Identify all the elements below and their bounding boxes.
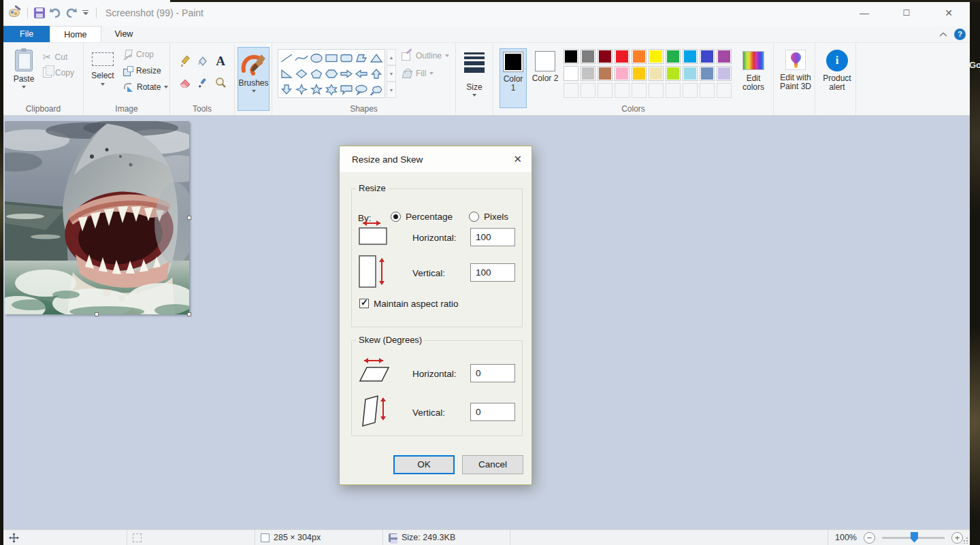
magnifier-tool[interactable]: [212, 73, 229, 93]
dialog-titlebar[interactable]: Resize and Skew ✕: [340, 146, 532, 172]
shape-four-point-star[interactable]: [294, 82, 309, 97]
shape-hexagon[interactable]: [324, 66, 339, 82]
palette-swatch[interactable]: [581, 49, 595, 64]
zoom-out-button[interactable]: −: [864, 532, 875, 544]
rotate-button[interactable]: Rotate: [123, 82, 168, 92]
palette-swatch[interactable]: [700, 49, 715, 64]
palette-empty-slot[interactable]: [632, 83, 647, 98]
palette-swatch[interactable]: [666, 49, 681, 64]
color1-button[interactable]: Color 1: [500, 48, 527, 108]
copy-button[interactable]: Copy: [43, 67, 74, 78]
palette-swatch[interactable]: [717, 66, 732, 81]
palette-empty-slot[interactable]: [666, 83, 681, 98]
palette-swatch[interactable]: [564, 66, 578, 81]
resize-vertical-input[interactable]: [470, 263, 515, 282]
shape-diamond[interactable]: [294, 66, 309, 82]
eraser-tool[interactable]: [177, 73, 193, 93]
palette-swatch[interactable]: [564, 49, 578, 64]
radio-percentage[interactable]: Percentage: [391, 212, 453, 222]
shapes-more[interactable]: ▼: [387, 82, 396, 98]
shape-right-triangle[interactable]: [279, 66, 294, 82]
skew-horizontal-input[interactable]: [470, 364, 515, 382]
palette-swatch[interactable]: [666, 66, 681, 81]
redo-icon[interactable]: [65, 7, 78, 18]
brushes-button[interactable]: Brushes: [238, 47, 270, 111]
shape-line[interactable]: [279, 50, 294, 66]
palette-swatch[interactable]: [649, 49, 664, 64]
maintain-aspect-checkbox[interactable]: [359, 299, 369, 308]
resize-handle-right[interactable]: [187, 216, 191, 220]
palette-swatch[interactable]: [632, 49, 647, 64]
palette-empty-slot[interactable]: [700, 83, 715, 98]
crop-button[interactable]: Crop: [123, 50, 154, 59]
undo-icon[interactable]: [49, 7, 61, 18]
help-icon[interactable]: ?: [954, 29, 966, 40]
cancel-button[interactable]: Cancel: [462, 455, 523, 474]
canvas-workarea[interactable]: Resize and Skew ✕ Resize By: Percentage …: [3, 116, 970, 529]
color2-button[interactable]: Color 2: [532, 48, 559, 108]
save-icon[interactable]: [34, 7, 45, 18]
qat-dropdown-icon[interactable]: [82, 9, 90, 17]
pencil-tool[interactable]: [177, 51, 193, 71]
shape-pentagon[interactable]: [309, 66, 324, 82]
collapse-ribbon-icon[interactable]: [939, 32, 947, 37]
minimize-button[interactable]: —: [855, 7, 873, 18]
shape-rectangular-callout[interactable]: [339, 82, 354, 97]
resize-horizontal-input[interactable]: [470, 228, 515, 246]
shape-polygon[interactable]: [354, 50, 369, 66]
resize-handle-corner[interactable]: [187, 312, 191, 316]
shapes-scroll-down[interactable]: ▼: [387, 65, 396, 82]
radio-pixels-circle[interactable]: [469, 212, 479, 222]
paint-logo-icon[interactable]: [9, 7, 21, 18]
text-tool[interactable]: A: [212, 51, 229, 71]
palette-swatch[interactable]: [581, 66, 595, 81]
tab-view[interactable]: View: [101, 26, 147, 42]
product-alert-button[interactable]: i Product alert: [820, 48, 854, 108]
palette-empty-slot[interactable]: [564, 83, 578, 98]
zoom-slider[interactable]: [882, 537, 945, 539]
shape-arrow-left[interactable]: [354, 66, 369, 82]
shape-rectangle[interactable]: [324, 50, 339, 66]
maximize-button[interactable]: ☐: [898, 8, 915, 18]
size-button[interactable]: Size: [460, 48, 489, 108]
palette-swatch[interactable]: [683, 66, 698, 81]
skew-vertical-input[interactable]: [470, 403, 515, 421]
palette-empty-slot[interactable]: [581, 83, 595, 98]
palette-empty-slot[interactable]: [649, 83, 664, 98]
palette-empty-slot[interactable]: [598, 83, 612, 98]
zoom-slider-thumb[interactable]: [911, 532, 918, 543]
shape-arrow-down[interactable]: [279, 82, 294, 97]
shape-oval-callout[interactable]: [354, 82, 369, 97]
outline-button[interactable]: Outline: [402, 51, 449, 61]
resize-handle-bottom[interactable]: [95, 312, 99, 316]
shape-triangle[interactable]: [369, 50, 384, 66]
dialog-close-icon[interactable]: ✕: [513, 153, 522, 165]
shape-arrow-right[interactable]: [339, 66, 354, 82]
radio-percentage-circle[interactable]: [391, 212, 401, 222]
palette-swatch[interactable]: [649, 66, 664, 81]
palette-swatch[interactable]: [717, 49, 732, 64]
palette-swatch[interactable]: [700, 66, 715, 81]
shape-five-point-star[interactable]: [309, 82, 324, 97]
eyedropper-tool[interactable]: [195, 73, 211, 93]
shape-arrow-up[interactable]: [369, 66, 384, 82]
palette-empty-slot[interactable]: [683, 83, 698, 98]
edit-with-paint3d-button[interactable]: Edit with Paint 3D: [779, 48, 813, 108]
resize-grip[interactable]: [962, 537, 968, 544]
palette-swatch[interactable]: [598, 49, 612, 64]
canvas[interactable]: [5, 121, 189, 314]
palette-empty-slot[interactable]: [615, 83, 630, 98]
paste-button[interactable]: Paste: [9, 48, 39, 108]
radio-pixels[interactable]: Pixels: [469, 212, 508, 222]
palette-swatch[interactable]: [615, 66, 630, 81]
fill-button[interactable]: Fill: [402, 69, 434, 78]
tab-home[interactable]: Home: [50, 26, 101, 42]
cut-button[interactable]: ✂ Cut: [43, 51, 67, 63]
shape-cloud-callout[interactable]: [369, 82, 384, 97]
close-button[interactable]: ✕: [940, 7, 958, 18]
shape-ellipse[interactable]: [309, 50, 324, 66]
select-button[interactable]: Select: [87, 48, 118, 108]
shapes-scroll-up[interactable]: ▲: [387, 49, 396, 65]
shape-curve[interactable]: [294, 50, 309, 66]
palette-empty-slot[interactable]: [717, 83, 732, 98]
